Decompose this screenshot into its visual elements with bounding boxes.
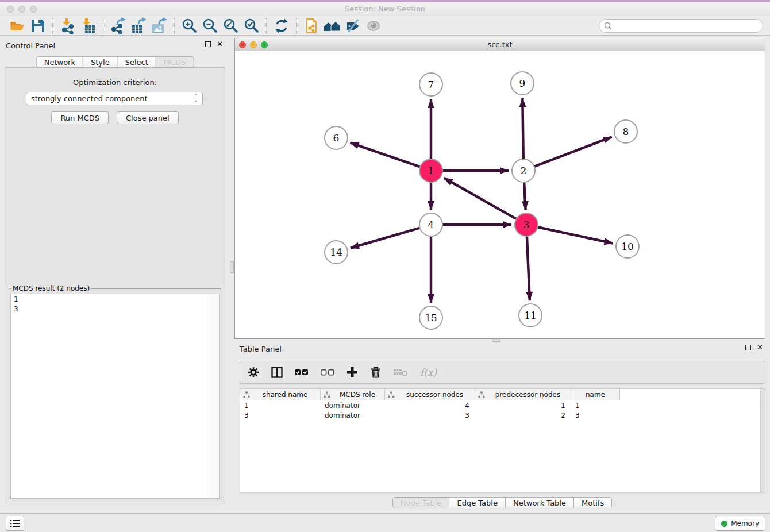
run-mcds-button[interactable]: Run MCDS bbox=[51, 111, 109, 124]
table-tabs: Node TableEdge TableNetwork TableMotifs bbox=[234, 497, 770, 510]
tab-mcds[interactable]: MCDS bbox=[156, 56, 194, 68]
select-all-icon[interactable] bbox=[294, 365, 309, 379]
network-window-titlebar[interactable]: ✕ − + scc.txt bbox=[235, 38, 765, 52]
tab-style[interactable]: Style bbox=[83, 56, 118, 68]
column-header-shared-name[interactable]: shared name bbox=[240, 389, 321, 400]
close-table-panel-icon[interactable]: ✕ bbox=[757, 345, 763, 350]
optimization-dropdown[interactable]: strongly connected component ⌃⌄ bbox=[26, 92, 203, 105]
graph-edge-2-9[interactable] bbox=[522, 98, 523, 159]
close-panel-button[interactable]: Close panel bbox=[117, 111, 179, 124]
cell-name: 1 bbox=[571, 402, 620, 410]
column-header-successor-nodes[interactable]: successor nodes bbox=[385, 389, 475, 400]
graph-edge-3-11[interactable] bbox=[527, 236, 530, 300]
status-bar: Memory bbox=[0, 513, 770, 532]
memory-button[interactable]: Memory bbox=[715, 516, 765, 531]
export-table-icon[interactable] bbox=[129, 17, 149, 34]
graph-node-label-6: 6 bbox=[333, 132, 340, 144]
table-row[interactable]: 3dominator323 bbox=[240, 410, 765, 420]
add-row-icon[interactable] bbox=[346, 365, 359, 379]
tab-edge-table[interactable]: Edge Table bbox=[449, 497, 505, 508]
tab-network[interactable]: Network bbox=[36, 56, 83, 68]
open-network-file-icon[interactable] bbox=[301, 17, 322, 34]
graph-node-label-1: 1 bbox=[428, 165, 434, 176]
settings-gear-icon[interactable] bbox=[247, 365, 260, 379]
float-panel-icon[interactable] bbox=[205, 41, 211, 47]
refresh-icon[interactable] bbox=[271, 17, 292, 34]
graph-node-label-9: 9 bbox=[519, 78, 526, 89]
network-canvas[interactable]: 7968124314101511 bbox=[235, 51, 765, 338]
cell-successor-nodes: 4 bbox=[385, 402, 475, 410]
cell-successor-nodes: 3 bbox=[385, 411, 475, 419]
search-icon bbox=[604, 22, 612, 30]
column-header-mcds-role[interactable]: MCDS role bbox=[321, 389, 385, 400]
import-table-icon[interactable] bbox=[78, 17, 99, 34]
delete-table-icon bbox=[393, 365, 409, 379]
graph-edge-4-14[interactable] bbox=[351, 228, 420, 248]
cell-shared-name: 1 bbox=[240, 402, 321, 410]
table-panel: Table Panel ✕ f(x) shared nameMCDS roles… bbox=[234, 343, 770, 510]
graph-node-label-11: 11 bbox=[524, 310, 537, 321]
zoom-out-icon[interactable] bbox=[200, 17, 221, 34]
table-toolbar: f(x) bbox=[240, 361, 765, 384]
graph-node-label-14: 14 bbox=[330, 246, 342, 258]
window-title: Session: New Session bbox=[0, 5, 770, 13]
graph-node-label-3: 3 bbox=[523, 219, 530, 230]
control-panel-title: Control Panel bbox=[6, 41, 55, 50]
tab-motifs[interactable]: Motifs bbox=[574, 497, 612, 508]
search-input[interactable] bbox=[615, 21, 758, 30]
cell-predecessor-nodes: 1 bbox=[475, 402, 571, 410]
table-row[interactable]: 1dominator411 bbox=[240, 400, 765, 410]
save-session-icon[interactable] bbox=[28, 17, 48, 34]
mcds-result-title: MCDS result (2 nodes) bbox=[11, 284, 91, 292]
export-image-icon[interactable] bbox=[149, 17, 170, 34]
deselect-all-icon[interactable] bbox=[320, 365, 335, 379]
graph-edge-2-8[interactable] bbox=[534, 137, 612, 167]
vertical-splitter[interactable] bbox=[230, 261, 234, 273]
control-panel: Control Panel ✕ NetworkStyleSelectMCDS O… bbox=[0, 36, 230, 510]
graph-edge-3-1[interactable] bbox=[444, 178, 517, 219]
toggle-panel-icon[interactable] bbox=[271, 365, 283, 379]
table-body: 1dominator4113dominator323 bbox=[240, 400, 765, 420]
function-builder-icon: f(x) bbox=[420, 365, 437, 379]
import-network-icon[interactable] bbox=[57, 17, 78, 34]
zoom-selected-icon[interactable] bbox=[241, 17, 262, 34]
home-icon[interactable] bbox=[322, 17, 342, 34]
cell-mcds-role: dominator bbox=[321, 402, 385, 410]
hide-labels-icon[interactable] bbox=[342, 17, 363, 34]
optimization-label: Optimization criterion: bbox=[5, 78, 225, 87]
toolbar-separator bbox=[266, 18, 267, 34]
zoom-in-icon[interactable] bbox=[179, 17, 200, 34]
mcds-result-group: MCDS result (2 nodes) 1 3 bbox=[9, 284, 221, 500]
graph-edge-1-6[interactable] bbox=[351, 142, 421, 167]
close-panel-icon[interactable]: ✕ bbox=[217, 41, 223, 47]
graph-edge-3-10[interactable] bbox=[538, 227, 613, 243]
search-box[interactable] bbox=[599, 19, 763, 33]
tab-network-table[interactable]: Network Table bbox=[506, 497, 574, 508]
main-toolbar bbox=[0, 16, 770, 36]
node-table[interactable]: shared nameMCDS rolesuccessor nodesprede… bbox=[240, 388, 765, 493]
graph-node-label-8: 8 bbox=[623, 126, 629, 137]
column-header-name[interactable]: name bbox=[571, 389, 620, 400]
show-details-icon[interactable] bbox=[363, 17, 384, 34]
toolbar-separator bbox=[52, 18, 53, 34]
toolbar-separator bbox=[296, 18, 297, 34]
float-table-panel-icon[interactable] bbox=[745, 345, 751, 350]
graph-node-label-15: 15 bbox=[425, 312, 437, 323]
zoom-fit-icon[interactable] bbox=[221, 17, 241, 34]
cell-predecessor-nodes: 2 bbox=[475, 411, 571, 419]
graph-node-label-7: 7 bbox=[428, 79, 434, 90]
list-icon bbox=[10, 519, 20, 528]
toolbar-separator bbox=[174, 18, 175, 34]
cell-mcds-role: dominator bbox=[321, 411, 385, 419]
tab-node-table[interactable]: Node Table bbox=[392, 497, 450, 508]
graph-edge-2-3[interactable] bbox=[524, 182, 526, 210]
tab-select[interactable]: Select bbox=[118, 56, 156, 68]
control-panel-tabs: NetworkStyleSelectMCDS bbox=[36, 56, 194, 68]
delete-row-icon[interactable] bbox=[369, 365, 382, 379]
mcds-result-list[interactable]: 1 3 bbox=[10, 294, 220, 499]
export-network-icon[interactable] bbox=[108, 17, 129, 34]
open-session-icon[interactable] bbox=[7, 17, 28, 34]
task-history-button[interactable] bbox=[6, 516, 24, 531]
column-header-predecessor-nodes[interactable]: predecessor nodes bbox=[475, 389, 571, 400]
network-window: ✕ − + scc.txt 7968124314101511 bbox=[234, 38, 765, 339]
